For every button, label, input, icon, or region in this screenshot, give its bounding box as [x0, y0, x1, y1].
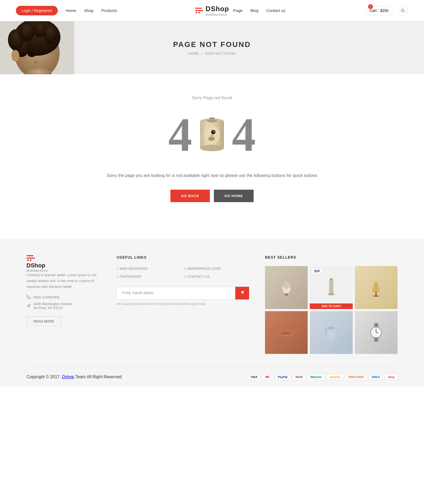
action-buttons: GO BACK GO HOME	[16, 190, 408, 202]
nav-shop[interactable]: Shop	[84, 8, 94, 13]
nav-contact[interactable]: Contact us	[266, 8, 285, 13]
address-item: 4465 Washington Avenue De Pere, WI 54115	[26, 302, 101, 310]
payment-icons: VISA MC PayPal Skrill Maestro amazon DIS…	[248, 374, 398, 380]
svg-point-4	[401, 9, 404, 12]
not-found-section: Sorry Page not found 4	[0, 74, 424, 239]
newsletter-section: We Guaranty that we will not share your …	[117, 287, 249, 306]
ebay-icon: ebay	[385, 374, 398, 380]
svg-rect-1	[195, 10, 204, 11]
products-grid: $25 ADD TO CART	[265, 266, 398, 354]
go-back-button[interactable]: GO BACK	[170, 190, 210, 202]
svg-point-13	[44, 25, 57, 44]
cart-label: Cart :	[370, 8, 379, 13]
link-web-designing[interactable]: WEB DESIGNING	[117, 266, 181, 271]
phone-number: 0900 (23456366)	[33, 295, 60, 299]
product-thumb-6[interactable]	[355, 311, 398, 354]
svg-marker-41	[372, 282, 380, 292]
svg-point-2	[196, 12, 197, 14]
svg-rect-28	[26, 255, 33, 256]
logo-icon	[195, 8, 204, 14]
footer-about: Contrary to popular belief, Lorem Ipsum …	[26, 272, 101, 290]
logo-name: DShop	[206, 5, 229, 13]
header-left: Login / Registered Home Shop Products	[16, 6, 117, 15]
jug-icon	[324, 323, 338, 342]
hero-image	[0, 21, 74, 74]
footer-logo-icon	[26, 255, 35, 261]
svg-point-11	[19, 23, 34, 41]
svg-point-3	[198, 12, 200, 14]
search-button[interactable]	[398, 5, 408, 16]
svg-rect-43	[373, 296, 379, 297]
link-contact-us[interactable]: CONTACT US	[184, 274, 249, 279]
add-to-cart-badge[interactable]: ADD TO CART	[310, 303, 352, 309]
newsletter-submit[interactable]	[235, 287, 249, 299]
number-left: 4	[168, 111, 192, 159]
svg-rect-49	[374, 323, 378, 327]
breadcrumb-home[interactable]: HOME	[188, 51, 199, 55]
cart-badge: 4	[368, 4, 373, 9]
cart-amount: $250	[380, 8, 388, 13]
header-right: 4 Cart : $250	[365, 5, 408, 16]
footer-bottom: Copyright © 2017. Dshop Team All Right R…	[26, 367, 398, 386]
bowl-icon	[279, 326, 294, 339]
sorry-message: Sorry Page not found	[16, 95, 408, 100]
product-thumb-5[interactable]	[310, 311, 352, 354]
main-nav: Home Shop Products	[66, 8, 117, 13]
svg-point-14	[11, 50, 19, 62]
nav-home[interactable]: Home	[66, 8, 76, 13]
link-wordpress[interactable]: WORDPRESS CODE.	[184, 266, 249, 271]
footer-top: DShop Multishop theme Contrary to popula…	[26, 255, 398, 367]
login-button[interactable]: Login / Registered	[16, 6, 58, 15]
amazon-icon: amazon	[327, 374, 343, 380]
mastercard-icon: MC	[262, 374, 273, 380]
svg-point-20	[200, 145, 224, 151]
location-icon	[26, 304, 31, 308]
discover-icon: DISCOVER	[346, 374, 366, 380]
site-logo[interactable]: DShop Multishop theme	[195, 5, 229, 16]
copyright-text: Copyright © 2017. Dshop Team All Right R…	[26, 375, 122, 379]
cart-button[interactable]: 4 Cart : $250	[365, 6, 394, 15]
404-display: 4	[16, 111, 408, 159]
breadcrumb: HOME / PAGE NOT FOUND	[173, 51, 251, 55]
footer-links-newsletter: USEFUL LINKS WEB DESIGNING WORDPRESS COD…	[117, 255, 249, 354]
svg-point-22	[211, 130, 215, 134]
newsletter-note: We Guaranty that we will not share your …	[117, 302, 249, 306]
svg-point-30	[27, 259, 29, 261]
send-icon	[240, 290, 244, 295]
product-thumb-4[interactable]	[265, 311, 308, 354]
hero-banner: PAGE NOT FOUND HOME / PAGE NOT FOUND	[0, 21, 424, 74]
lamp-icon	[369, 278, 383, 297]
price-badge: $25	[312, 268, 322, 274]
svg-point-40	[328, 293, 334, 296]
svg-rect-0	[195, 8, 202, 9]
brand-link[interactable]: Dshop	[62, 375, 74, 379]
header: Login / Registered Home Shop Products DS…	[0, 0, 424, 21]
amex-icon: AMEX	[369, 374, 383, 380]
watch-icon	[369, 323, 383, 342]
product-thumb-3[interactable]	[355, 266, 398, 309]
links-grid: WEB DESIGNING WORDPRESS CODE. PHOTOSHOP …	[117, 266, 249, 279]
svg-point-26	[207, 119, 217, 123]
breadcrumb-current: PAGE NOT FOUND	[205, 51, 236, 55]
svg-rect-38	[329, 280, 333, 294]
link-photoshop[interactable]: PHOTOSHOP	[117, 274, 181, 279]
bottle-icon	[326, 278, 337, 297]
svg-rect-50	[374, 338, 378, 342]
read-more-button[interactable]: READ MORE	[26, 316, 61, 326]
footer-useful-links: USEFUL LINKS WEB DESIGNING WORDPRESS COD…	[117, 255, 249, 279]
svg-rect-27	[209, 118, 215, 119]
go-home-button[interactable]: GO HOME	[214, 190, 254, 202]
description-text: Sorry the page you are looking for is no…	[16, 172, 408, 179]
hero-content: PAGE NOT FOUND HOME / PAGE NOT FOUND	[173, 40, 251, 55]
svg-point-23	[213, 131, 214, 132]
can-image	[195, 114, 229, 156]
nav-blog[interactable]: Blog	[250, 8, 258, 13]
footer-logo-name: DShop	[26, 262, 101, 269]
nav-products[interactable]: Products	[101, 8, 117, 13]
newsletter-input[interactable]	[117, 287, 235, 299]
product-thumb-2[interactable]: $25 ADD TO CART	[310, 266, 352, 309]
product-thumb-1[interactable]	[265, 266, 308, 309]
svg-line-5	[404, 11, 404, 12]
svg-point-46	[280, 331, 293, 335]
nav-page[interactable]: Page	[233, 8, 242, 13]
